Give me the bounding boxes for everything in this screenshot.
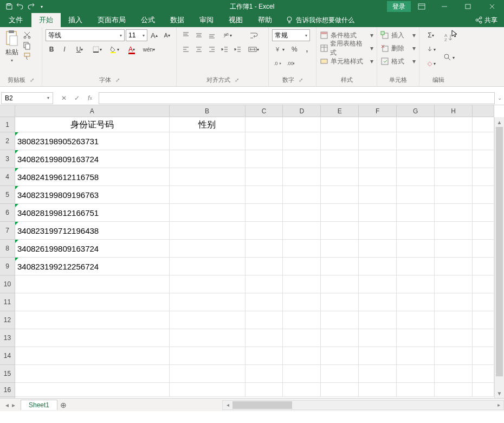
- cell[interactable]: 身份证号码: [15, 117, 170, 132]
- sort-filter-button[interactable]: AZ: [441, 29, 456, 47]
- cell[interactable]: [359, 258, 397, 275]
- orientation-icon[interactable]: ab▾: [219, 29, 235, 41]
- cell[interactable]: 380823198905263731: [15, 132, 170, 150]
- cell[interactable]: [170, 311, 245, 329]
- tab-view[interactable]: 视图: [221, 13, 250, 27]
- cell[interactable]: [283, 204, 321, 222]
- cell[interactable]: [473, 365, 494, 383]
- column-header[interactable]: D: [283, 105, 321, 117]
- row-header[interactable]: 5: [0, 186, 15, 204]
- cell[interactable]: [170, 347, 245, 365]
- cell[interactable]: [435, 258, 473, 275]
- cell[interactable]: [170, 329, 245, 347]
- cell[interactable]: [359, 275, 397, 293]
- cell[interactable]: [397, 311, 435, 329]
- cell[interactable]: [473, 293, 494, 311]
- column-header[interactable]: C: [245, 105, 283, 117]
- cell[interactable]: [283, 258, 321, 275]
- cell[interactable]: [397, 132, 435, 150]
- cell[interactable]: [321, 347, 359, 365]
- cell[interactable]: [435, 117, 473, 132]
- border-button[interactable]: ▾: [89, 43, 105, 55]
- number-format-combo[interactable]: 常规▾: [272, 29, 310, 41]
- cell[interactable]: [397, 258, 435, 275]
- cell[interactable]: [473, 347, 494, 365]
- row-header[interactable]: 6: [0, 204, 15, 222]
- cell[interactable]: [435, 293, 473, 311]
- hscroll-thumb[interactable]: [232, 401, 292, 409]
- cell[interactable]: [359, 132, 397, 150]
- cell[interactable]: [245, 117, 283, 132]
- cell[interactable]: [170, 186, 245, 204]
- cell[interactable]: [435, 222, 473, 240]
- align-top-icon[interactable]: [180, 29, 192, 41]
- cell[interactable]: 340826199809163724: [15, 240, 170, 258]
- cell[interactable]: [321, 311, 359, 329]
- column-header[interactable]: E: [321, 105, 359, 117]
- maximize-button[interactable]: [456, 0, 480, 13]
- cell[interactable]: [397, 204, 435, 222]
- add-sheet-button[interactable]: ⊕: [57, 401, 69, 409]
- cell[interactable]: [245, 186, 283, 204]
- cell[interactable]: [321, 168, 359, 186]
- cell[interactable]: 340823199212256724: [15, 258, 170, 275]
- column-header[interactable]: H: [435, 105, 473, 117]
- ribbon-display-icon[interactable]: [411, 0, 432, 13]
- row-header[interactable]: 1: [0, 117, 15, 132]
- cell[interactable]: 340828199812166751: [15, 204, 170, 222]
- cell[interactable]: [283, 240, 321, 258]
- cell[interactable]: [170, 383, 245, 397]
- column-header[interactable]: G: [397, 105, 435, 117]
- tab-data[interactable]: 数据: [163, 13, 192, 27]
- cell[interactable]: [359, 186, 397, 204]
- select-all-corner[interactable]: [0, 105, 15, 117]
- decrease-decimal-icon[interactable]: .00: [285, 57, 297, 69]
- cell[interactable]: [170, 168, 245, 186]
- row-header[interactable]: 16: [0, 383, 15, 397]
- cell[interactable]: [359, 168, 397, 186]
- insert-cells-button[interactable]: 插入▾: [380, 29, 416, 41]
- cell[interactable]: [321, 240, 359, 258]
- cell[interactable]: [473, 186, 494, 204]
- row-header[interactable]: 9: [0, 258, 15, 275]
- sheet-nav-next-icon[interactable]: ▸: [12, 401, 15, 409]
- formula-input[interactable]: [99, 92, 494, 104]
- tab-review[interactable]: 审阅: [192, 13, 221, 27]
- cell[interactable]: [397, 222, 435, 240]
- redo-icon[interactable]: [26, 2, 36, 11]
- cell[interactable]: [359, 204, 397, 222]
- cell[interactable]: [283, 186, 321, 204]
- align-right-icon[interactable]: [206, 43, 218, 55]
- cell[interactable]: [170, 240, 245, 258]
- clipboard-launcher-icon[interactable]: ⤢: [30, 77, 34, 83]
- cell[interactable]: [359, 329, 397, 347]
- cell[interactable]: [283, 365, 321, 383]
- cell[interactable]: [473, 383, 494, 397]
- format-table-button[interactable]: 套用表格格式▾: [320, 42, 373, 54]
- bold-button[interactable]: B: [46, 43, 57, 55]
- cell[interactable]: [321, 186, 359, 204]
- cell[interactable]: [397, 365, 435, 383]
- cell[interactable]: [283, 311, 321, 329]
- cell[interactable]: [397, 293, 435, 311]
- cell[interactable]: [15, 275, 170, 293]
- cell[interactable]: [359, 383, 397, 397]
- format-cells-button[interactable]: 格式▾: [380, 55, 416, 67]
- cell[interactable]: [321, 222, 359, 240]
- paste-dropdown-icon[interactable]: ▾: [11, 58, 13, 63]
- formula-bar-expand-icon[interactable]: ⌄: [494, 92, 504, 104]
- cell[interactable]: [473, 150, 494, 168]
- cell[interactable]: [359, 240, 397, 258]
- cell[interactable]: [170, 258, 245, 275]
- name-box[interactable]: B2▾: [1, 92, 53, 104]
- cell[interactable]: [321, 204, 359, 222]
- row-header[interactable]: 12: [0, 311, 15, 329]
- scroll-down-icon[interactable]: ▼: [495, 388, 504, 398]
- row-header[interactable]: 8: [0, 240, 15, 258]
- number-launcher-icon[interactable]: ⤢: [299, 77, 303, 83]
- scroll-right-icon[interactable]: ▸: [494, 402, 503, 408]
- cell[interactable]: 340824199612116758: [15, 168, 170, 186]
- cell[interactable]: [245, 240, 283, 258]
- qat-customize-icon[interactable]: ▾: [37, 2, 47, 11]
- decrease-font-icon[interactable]: A▾: [161, 29, 173, 41]
